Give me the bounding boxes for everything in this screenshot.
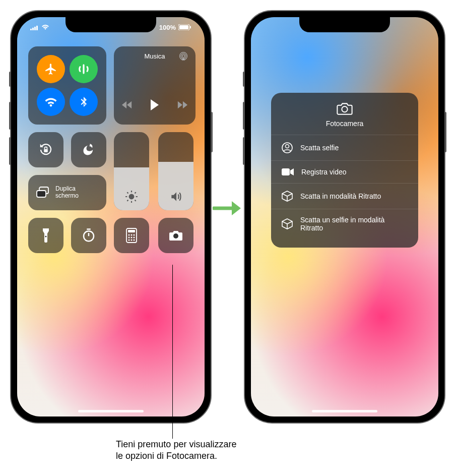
volume-slider[interactable]: [158, 132, 193, 210]
svg-line-17: [135, 200, 136, 201]
airplane-mode-button[interactable]: [37, 55, 65, 83]
control-center-screen: 100%: [17, 17, 205, 416]
volume-up: [243, 102, 245, 130]
side-button: [444, 112, 446, 152]
svg-rect-3: [36, 26, 38, 30]
bluetooth-button[interactable]: [70, 88, 98, 116]
camera-option-label: Scatta in modalità Ritratto: [300, 192, 408, 200]
camera-option-portrait[interactable]: Scatta in modalità Ritratto: [271, 183, 418, 209]
svg-point-41: [286, 145, 289, 148]
svg-point-35: [131, 240, 133, 241]
cellular-icon: [30, 25, 39, 30]
svg-rect-6: [190, 26, 191, 29]
camera-option-portrait-selfie[interactable]: Scatta un selfie in modalità Ritratto: [271, 209, 418, 239]
flashlight-button[interactable]: [28, 218, 63, 253]
cube-icon: [281, 190, 293, 202]
phone-right: Fotocamera Scatta selfie Registra video: [244, 10, 445, 424]
music-tile[interactable]: Musica: [114, 46, 195, 125]
svg-line-16: [127, 192, 128, 193]
notch: [66, 17, 156, 32]
svg-rect-27: [128, 230, 135, 232]
rewind-icon[interactable]: [121, 101, 133, 109]
svg-point-30: [134, 234, 135, 236]
svg-point-11: [129, 194, 135, 200]
camera-icon: [336, 102, 353, 115]
mirror-line2: schermo: [55, 193, 79, 200]
cube-icon: [281, 218, 293, 230]
stage: 100%: [0, 0, 457, 476]
camera-options-screen: Fotocamera Scatta selfie Registra video: [251, 17, 438, 416]
callout-line: [172, 265, 173, 439]
svg-rect-10: [44, 149, 48, 152]
svg-line-19: [135, 192, 136, 193]
caption: Tieni premuto per visualizzare le opzion…: [116, 439, 358, 462]
svg-point-37: [173, 233, 178, 239]
connectivity-group[interactable]: [28, 46, 106, 125]
arrow-icon: [213, 199, 243, 217]
svg-rect-5: [179, 25, 188, 29]
timer-button[interactable]: [71, 218, 106, 253]
do-not-disturb-button[interactable]: [71, 132, 106, 167]
svg-point-33: [134, 237, 135, 239]
brightness-slider[interactable]: [114, 132, 149, 210]
selfie-icon: [281, 142, 293, 154]
home-indicator[interactable]: [78, 410, 144, 412]
svg-point-29: [131, 234, 133, 236]
svg-rect-2: [34, 27, 36, 30]
notch: [299, 17, 390, 32]
svg-point-39: [342, 106, 347, 112]
svg-line-18: [127, 200, 128, 201]
mute-switch: [243, 72, 245, 87]
camera-panel-title: Fotocamera: [326, 120, 364, 128]
phone-left: 100%: [10, 10, 212, 424]
svg-point-22: [45, 236, 47, 237]
svg-rect-42: [282, 168, 290, 175]
volume-icon: [169, 190, 182, 203]
caption-line2: le opzioni di Fotocamera.: [116, 450, 358, 462]
svg-point-32: [131, 237, 133, 239]
wifi-icon: [41, 24, 49, 30]
cellular-data-button[interactable]: [70, 55, 98, 83]
svg-point-7: [182, 55, 185, 57]
camera-option-label: Scatta selfie: [300, 144, 408, 152]
svg-rect-21: [37, 191, 46, 197]
airplay-icon[interactable]: [178, 51, 188, 62]
volume-up: [9, 102, 11, 130]
volume-down: [243, 137, 245, 165]
video-icon: [281, 167, 294, 176]
camera-button[interactable]: [158, 218, 193, 253]
svg-point-31: [128, 237, 130, 239]
svg-point-34: [128, 240, 130, 241]
forward-icon[interactable]: [177, 101, 188, 109]
camera-option-label: Registra video: [301, 168, 408, 176]
play-icon[interactable]: [150, 99, 160, 110]
wifi-button[interactable]: [37, 88, 65, 116]
orientation-lock-button[interactable]: [28, 132, 63, 167]
svg-point-36: [134, 240, 135, 241]
calculator-button[interactable]: [114, 218, 149, 253]
side-button: [211, 112, 213, 152]
camera-option-video[interactable]: Registra video: [271, 160, 418, 183]
camera-option-label: Scatta un selfie in modalità Ritratto: [300, 216, 408, 232]
screen-mirroring-button[interactable]: Duplica schermo: [28, 175, 106, 210]
volume-down: [9, 137, 11, 165]
svg-rect-1: [32, 28, 34, 30]
home-indicator[interactable]: [312, 410, 377, 412]
svg-rect-0: [30, 29, 32, 30]
battery-label: 100%: [159, 24, 176, 31]
battery-icon: [178, 24, 191, 30]
brightness-fill: [114, 167, 149, 210]
camera-option-selfie[interactable]: Scatta selfie: [271, 135, 418, 160]
screens-icon: [35, 186, 50, 199]
svg-point-28: [128, 234, 130, 236]
camera-options-panel: Fotocamera Scatta selfie Registra video: [271, 93, 418, 248]
mute-switch: [9, 72, 11, 87]
brightness-icon: [125, 190, 138, 203]
mirror-line1: Duplica: [55, 186, 79, 193]
caption-line1: Tieni premuto per visualizzare: [116, 439, 358, 450]
